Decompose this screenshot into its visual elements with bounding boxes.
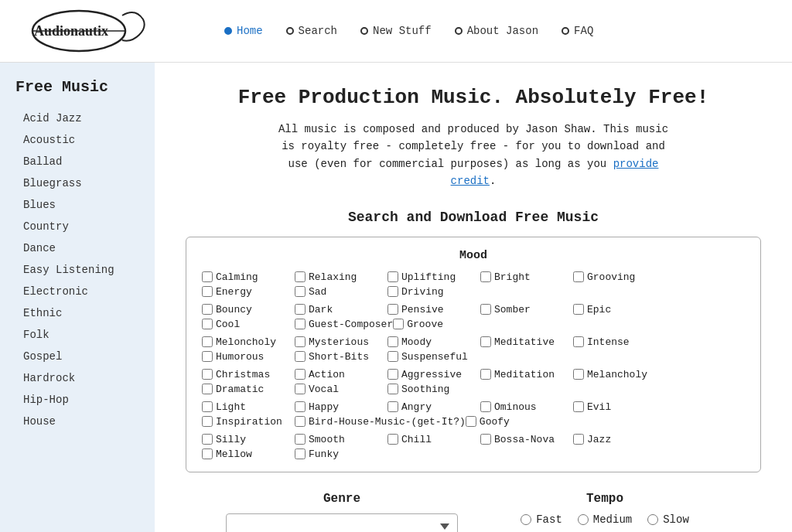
mood-funky[interactable]: Funky bbox=[295, 448, 387, 460]
sidebar-item-ethnic[interactable]: Ethnic bbox=[0, 302, 155, 324]
tempo-fast[interactable]: Fast bbox=[521, 513, 562, 526]
mood-row-5: Light Happy Angry Ominous Evil Inspirati… bbox=[202, 401, 745, 428]
mood-meloncholy[interactable]: Meloncholy bbox=[202, 336, 295, 348]
content-wrapper: Free Music Acid Jazz Acoustic Ballad Blu… bbox=[0, 63, 792, 532]
mood-somber[interactable]: Somber bbox=[480, 304, 573, 315]
genre-select[interactable] bbox=[226, 513, 458, 532]
mood-row-1: Calming Relaxing Uplifting Bright Groovi… bbox=[202, 271, 745, 298]
genre-section: Genre bbox=[226, 492, 458, 532]
nav-search[interactable]: Search bbox=[286, 25, 337, 37]
mood-evil[interactable]: Evil bbox=[573, 401, 666, 413]
mood-mysterious[interactable]: Mysterious bbox=[295, 336, 387, 348]
mood-bright[interactable]: Bright bbox=[480, 271, 573, 283]
sidebar-item-folk[interactable]: Folk bbox=[0, 324, 155, 346]
tempo-label: Tempo bbox=[489, 492, 721, 506]
nav-home[interactable]: Home bbox=[224, 25, 263, 37]
mood-light[interactable]: Light bbox=[202, 401, 295, 413]
mood-vocal[interactable]: Vocal bbox=[295, 384, 387, 395]
search-heading: Search and Download Free Music bbox=[186, 210, 761, 225]
mood-bird-house[interactable]: Bird-House-Music-(get-It?) bbox=[295, 416, 466, 428]
nav-faq[interactable]: FAQ bbox=[562, 25, 593, 37]
svg-text:Audionautix: Audionautix bbox=[34, 23, 108, 39]
mood-happy[interactable]: Happy bbox=[295, 401, 387, 413]
sidebar-item-hip-hop[interactable]: Hip-Hop bbox=[0, 389, 155, 411]
mood-bossa-nova[interactable]: Bossa-Nova bbox=[480, 434, 573, 445]
sidebar-item-electronic[interactable]: Electronic bbox=[0, 281, 155, 302]
main-nav: Home Search New Stuff About Jason FAQ bbox=[224, 25, 593, 37]
nav-dot-new-stuff bbox=[360, 27, 368, 35]
mood-moody[interactable]: Moody bbox=[387, 336, 480, 348]
mood-ominous[interactable]: Ominous bbox=[480, 401, 573, 413]
mood-intense[interactable]: Intense bbox=[573, 336, 666, 348]
mood-sad[interactable]: Sad bbox=[295, 286, 387, 298]
nav-about-jason[interactable]: About Jason bbox=[455, 25, 538, 37]
mood-aggressive[interactable]: Aggressive bbox=[387, 369, 480, 380]
nav-dot-about bbox=[455, 27, 463, 35]
mood-angry[interactable]: Angry bbox=[387, 401, 480, 413]
mood-chill[interactable]: Chill bbox=[387, 434, 480, 445]
tempo-slow[interactable]: Slow bbox=[647, 513, 689, 526]
tempo-medium[interactable]: Medium bbox=[578, 513, 632, 526]
mood-action[interactable]: Action bbox=[295, 369, 387, 380]
tempo-options: Fast Medium Slow bbox=[489, 513, 721, 526]
tempo-section: Tempo Fast Medium Slow bbox=[489, 492, 721, 532]
mood-humorous[interactable]: Humorous bbox=[202, 351, 295, 363]
page-heading: Free Production Music. Absolutely Free! bbox=[186, 86, 761, 109]
main-content: Free Production Music. Absolutely Free! … bbox=[155, 63, 792, 532]
nav-dot-home bbox=[224, 27, 232, 35]
sidebar-item-country[interactable]: Country bbox=[0, 216, 155, 237]
mood-relaxing[interactable]: Relaxing bbox=[295, 271, 387, 283]
mood-guest-composer[interactable]: Guest-Composer bbox=[295, 319, 393, 330]
mood-epic[interactable]: Epic bbox=[573, 304, 666, 315]
sidebar-item-gospel[interactable]: Gospel bbox=[0, 346, 155, 367]
mood-pensive[interactable]: Pensive bbox=[387, 304, 480, 315]
mood-dramatic[interactable]: Dramatic bbox=[202, 384, 295, 395]
logo: Audionautix bbox=[23, 8, 178, 54]
mood-calming[interactable]: Calming bbox=[202, 271, 295, 283]
mood-groove[interactable]: Groove bbox=[393, 319, 486, 330]
mood-box: Mood Calming Relaxing Uplifting Bright G… bbox=[186, 237, 761, 472]
genre-tempo-section: Genre Tempo Fast Medium Slow bbox=[186, 492, 761, 532]
nav-new-stuff[interactable]: New Stuff bbox=[360, 25, 432, 37]
sidebar-item-dance[interactable]: Dance bbox=[0, 237, 155, 259]
mood-grooving[interactable]: Grooving bbox=[573, 271, 666, 283]
sidebar: Free Music Acid Jazz Acoustic Ballad Blu… bbox=[0, 63, 155, 532]
mood-dark[interactable]: Dark bbox=[295, 304, 387, 315]
mood-grid: Calming Relaxing Uplifting Bright Groovi… bbox=[202, 271, 745, 460]
genre-label: Genre bbox=[226, 492, 458, 506]
mood-silly[interactable]: Silly bbox=[202, 434, 295, 445]
mood-christmas[interactable]: Christmas bbox=[202, 369, 295, 380]
sidebar-title: Free Music bbox=[0, 78, 155, 107]
mood-inspiration[interactable]: Inspiration bbox=[202, 416, 295, 428]
mood-goofy[interactable]: Goofy bbox=[466, 416, 558, 428]
nav-dot-faq bbox=[562, 27, 569, 35]
sidebar-item-hardrock[interactable]: Hardrock bbox=[0, 367, 155, 389]
mood-row-6: Silly Smooth Chill Bossa-Nova Jazz Mello… bbox=[202, 434, 745, 460]
mood-suspenseful[interactable]: Suspenseful bbox=[387, 351, 480, 363]
mood-soothing[interactable]: Soothing bbox=[387, 384, 480, 395]
header: Audionautix Home Search New Stuff About … bbox=[0, 0, 792, 63]
sidebar-item-acoustic[interactable]: Acoustic bbox=[0, 129, 155, 151]
sidebar-item-easy-listening[interactable]: Easy Listening bbox=[0, 259, 155, 281]
sidebar-item-acid-jazz[interactable]: Acid Jazz bbox=[0, 107, 155, 129]
nav-dot-search bbox=[286, 27, 294, 35]
mood-mellow[interactable]: Mellow bbox=[202, 448, 295, 460]
mood-short-bits[interactable]: Short-Bits bbox=[295, 351, 387, 363]
sidebar-item-blues[interactable]: Blues bbox=[0, 194, 155, 216]
sidebar-item-house[interactable]: House bbox=[0, 411, 155, 432]
mood-cool[interactable]: Cool bbox=[202, 319, 295, 330]
sidebar-item-bluegrass[interactable]: Bluegrass bbox=[0, 172, 155, 194]
mood-meditative[interactable]: Meditative bbox=[480, 336, 573, 348]
mood-bouncy[interactable]: Bouncy bbox=[202, 304, 295, 315]
page-description: All music is composed and produced by Ja… bbox=[272, 121, 674, 190]
mood-jazz[interactable]: Jazz bbox=[573, 434, 666, 445]
mood-meditation[interactable]: Meditation bbox=[480, 369, 573, 380]
mood-smooth[interactable]: Smooth bbox=[295, 434, 387, 445]
mood-row-4: Christmas Action Aggressive Meditation M… bbox=[202, 369, 745, 395]
mood-uplifting[interactable]: Uplifting bbox=[387, 271, 480, 283]
mood-driving[interactable]: Driving bbox=[387, 286, 480, 298]
mood-energy[interactable]: Energy bbox=[202, 286, 295, 298]
mood-title: Mood bbox=[202, 249, 745, 262]
mood-melancholy[interactable]: Melancholy bbox=[573, 369, 666, 380]
sidebar-item-ballad[interactable]: Ballad bbox=[0, 151, 155, 172]
